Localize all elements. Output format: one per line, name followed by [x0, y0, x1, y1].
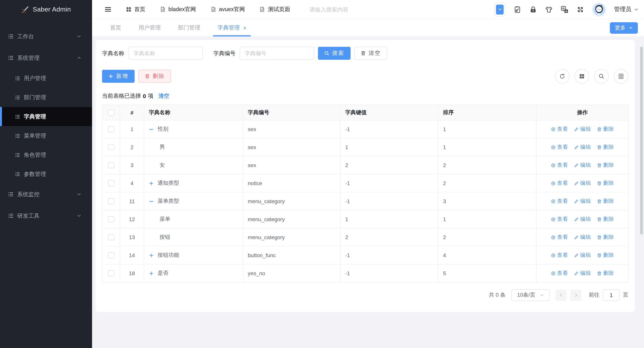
page-size-select[interactable]: 10条/页 — [511, 289, 550, 301]
user-menu[interactable]: 管理员 — [614, 6, 639, 13]
tab-字典管理[interactable]: 字典管理× — [212, 19, 252, 36]
top-menu-toggle-button[interactable] — [494, 2, 506, 16]
dict-code-input[interactable] — [240, 47, 314, 60]
delete-link[interactable]: 删除 — [597, 270, 614, 277]
search-button[interactable]: 搜索 — [318, 47, 350, 60]
row-checkbox[interactable] — [108, 198, 114, 204]
top-nav-item-avuex官网[interactable]: avuex官网 — [210, 6, 245, 13]
sidebar-subitem-部门管理[interactable]: 部门管理 — [0, 88, 92, 107]
expand-icon[interactable] — [149, 253, 154, 258]
fullscreen-icon[interactable] — [576, 5, 584, 13]
tab-首页[interactable]: 首页 — [105, 19, 126, 36]
top-nav-item-bladex官网[interactable]: bladex官网 — [160, 6, 196, 13]
delete-button[interactable]: 删除 — [138, 70, 171, 83]
next-page-button[interactable] — [570, 290, 582, 301]
delete-link[interactable]: 删除 — [597, 252, 614, 259]
tab-用户管理[interactable]: 用户管理 — [133, 19, 166, 36]
filter-settings-button[interactable] — [614, 69, 628, 83]
row-actions: 查看编辑删除 — [536, 252, 628, 259]
edit-link[interactable]: 编辑 — [574, 198, 591, 205]
row-select-cell — [102, 228, 120, 246]
delete-link[interactable]: 删除 — [597, 144, 614, 151]
edit-link[interactable]: 编辑 — [574, 234, 591, 241]
sidebar-item-研发工具[interactable]: 研发工具 — [0, 205, 92, 227]
dict-code-cell: button_func — [243, 246, 340, 264]
column-display-button[interactable] — [574, 69, 589, 83]
edit-link[interactable]: 编辑 — [574, 270, 591, 277]
table-header-row: #字典名称字典编号字典键值排序操作 — [102, 105, 628, 120]
view-link[interactable]: 查看 — [550, 234, 568, 241]
tab-部门管理[interactable]: 部门管理 — [172, 19, 206, 36]
edit-link[interactable]: 编辑 — [574, 252, 591, 259]
search-toggle-button[interactable] — [594, 69, 609, 83]
sidebar-item-系统管理[interactable]: 系统管理 — [0, 47, 92, 69]
clear-selection-link[interactable]: 清空 — [158, 92, 169, 99]
close-icon[interactable]: × — [243, 25, 246, 30]
dict-code-cell: menu_category — [243, 192, 340, 210]
edit-link[interactable]: 编辑 — [574, 144, 591, 151]
view-link[interactable]: 查看 — [550, 270, 568, 277]
delete-link[interactable]: 删除 — [597, 198, 614, 205]
page-scrollbar-thumb[interactable] — [640, 47, 643, 235]
chevron-down-icon — [77, 192, 81, 197]
sidebar-subitem-用户管理[interactable]: 用户管理 — [0, 69, 92, 88]
chevron-down-icon — [629, 26, 633, 30]
sort-cell: 1 — [438, 138, 536, 156]
add-button[interactable]: 新增 — [102, 70, 135, 83]
row-checkbox[interactable] — [108, 126, 114, 132]
view-link[interactable]: 查看 — [550, 198, 568, 205]
dict-name-input[interactable] — [128, 47, 203, 60]
view-link[interactable]: 查看 — [550, 162, 568, 169]
row-checkbox[interactable] — [108, 180, 114, 186]
language-icon[interactable]: 中A — [561, 5, 568, 13]
view-link[interactable]: 查看 — [550, 126, 568, 133]
table-row: 3女sex22查看编辑删除 — [102, 156, 628, 174]
avatar[interactable] — [592, 2, 606, 16]
action-label: 查看 — [557, 234, 568, 241]
top-nav-item-测试页面[interactable]: 测试页面 — [260, 6, 290, 13]
view-link[interactable]: 查看 — [550, 180, 568, 187]
refresh-button[interactable] — [555, 69, 570, 83]
edit-link[interactable]: 编辑 — [574, 126, 591, 133]
row-checkbox[interactable] — [108, 144, 114, 150]
sidebar-subitem-菜单管理[interactable]: 菜单管理 — [0, 126, 92, 145]
sidebar-subitem-字典管理[interactable]: 字典管理 — [0, 107, 92, 126]
sidebar-item-工作台[interactable]: 工作台 — [0, 26, 92, 47]
collapse-sidebar-icon[interactable] — [104, 6, 112, 13]
view-link[interactable]: 查看 — [550, 144, 568, 151]
view-link[interactable]: 查看 — [550, 252, 568, 259]
collapse-icon[interactable] — [149, 127, 154, 132]
view-link[interactable]: 查看 — [550, 216, 568, 223]
debug-tools-icon[interactable] — [514, 5, 521, 13]
global-search-input[interactable] — [309, 6, 374, 12]
delete-link[interactable]: 删除 — [597, 162, 614, 169]
row-select-cell — [102, 192, 120, 210]
edit-link[interactable]: 编辑 — [574, 162, 591, 169]
row-checkbox[interactable] — [108, 162, 114, 168]
expand-icon[interactable] — [149, 271, 154, 276]
prev-page-button[interactable] — [556, 290, 566, 301]
collapse-icon[interactable] — [149, 199, 154, 204]
clear-filters-button[interactable]: 清空 — [354, 47, 387, 60]
lock-screen-icon[interactable] — [529, 5, 537, 13]
delete-link[interactable]: 删除 — [597, 216, 614, 223]
select-all-checkbox[interactable] — [108, 109, 114, 116]
expand-icon[interactable] — [149, 181, 154, 186]
sidebar-subitem-角色管理[interactable]: 角色管理 — [0, 145, 92, 164]
row-checkbox[interactable] — [108, 270, 114, 276]
sidebar-subitem-参数管理[interactable]: 参数管理 — [0, 164, 92, 184]
top-nav-item-首页[interactable]: 首页 — [126, 6, 145, 13]
more-button[interactable]: 更多 — [610, 22, 638, 33]
sidebar-item-系统监控[interactable]: 系统监控 — [0, 184, 92, 205]
page-number-input[interactable] — [603, 289, 620, 301]
row-actions: 查看编辑删除 — [536, 216, 628, 223]
delete-link[interactable]: 删除 — [597, 234, 614, 241]
theme-icon[interactable] — [545, 5, 553, 13]
row-checkbox[interactable] — [108, 216, 114, 222]
delete-link[interactable]: 删除 — [597, 126, 614, 133]
row-checkbox[interactable] — [108, 252, 114, 258]
row-checkbox[interactable] — [108, 234, 114, 240]
delete-link[interactable]: 删除 — [597, 180, 614, 187]
edit-link[interactable]: 编辑 — [574, 216, 591, 223]
edit-link[interactable]: 编辑 — [574, 180, 591, 187]
